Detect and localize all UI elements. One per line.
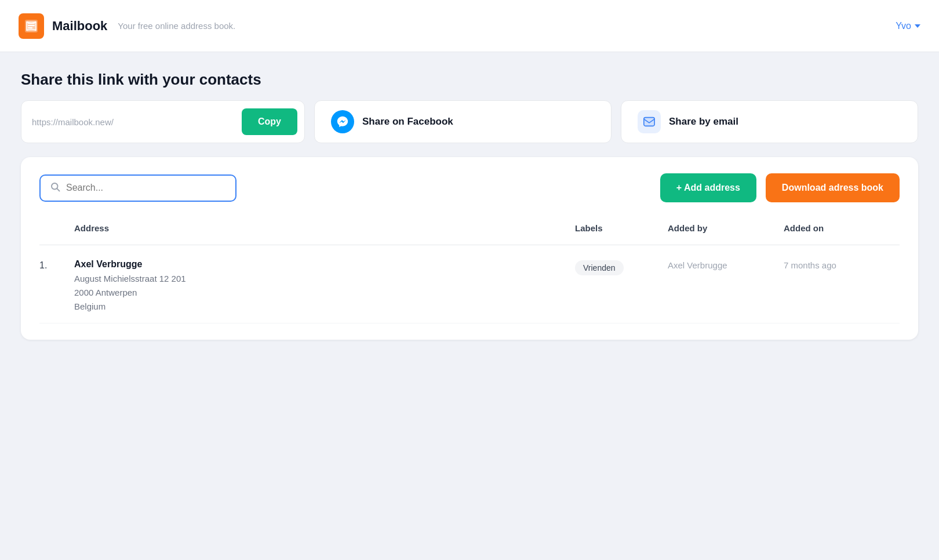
search-icon [50,181,60,195]
contacts-toolbar: + Add address Download adress book [39,173,900,202]
header-logo-area: Mailbook Your free online address book. [19,13,235,39]
contact-country: Belgium [74,300,575,314]
search-box[interactable] [39,174,236,202]
share-link-url: https://mailbook.new/ [32,117,235,127]
download-address-book-button[interactable]: Download adress book [766,173,900,202]
contact-city: 2000 Antwerpen [74,286,575,300]
col-added-by: Added by [668,219,784,238]
table-header: Address Labels Added by Added on [39,219,900,245]
user-name: Yvo [896,21,911,31]
copy-button[interactable]: Copy [242,108,297,135]
label-badge: Vrienden [575,260,624,275]
contact-address: Axel Verbrugge August Michielsstraat 12 … [74,259,575,314]
col-added-on: Added on [784,219,900,238]
contacts-section: + Add address Download adress book Addre… [21,157,918,340]
app-subtitle: Your free online address book. [118,21,235,31]
row-number: 1. [39,259,74,271]
col-labels: Labels [575,219,668,238]
svg-line-5 [57,188,59,191]
contact-labels: Vrienden [575,259,668,275]
col-address: Address [74,219,575,238]
share-link-box: https://mailbook.new/ Copy [21,100,305,143]
contact-added-by: Axel Verbrugge [668,259,784,270]
search-input[interactable] [66,183,226,193]
table-row: 1. Axel Verbrugge August Michielsstraat … [39,250,900,323]
col-number [39,219,74,238]
share-facebook-label: Share on Facebook [362,116,453,128]
user-menu[interactable]: Yvo [896,21,920,31]
app-logo-icon [19,13,44,39]
app-title: Mailbook [52,19,107,34]
share-section: Share this link with your contacts https… [21,71,918,143]
contact-added-on: 7 months ago [784,259,900,270]
share-title: Share this link with your contacts [21,71,918,89]
share-facebook-box[interactable]: Share on Facebook [314,100,612,143]
main-content: Share this link with your contacts https… [0,52,939,358]
share-email-box[interactable]: Share by email [621,100,918,143]
svg-rect-2 [644,118,654,126]
contact-street: August Michielsstraat 12 201 [74,272,575,286]
chevron-down-icon [915,24,920,28]
table-rows: 1. Axel Verbrugge August Michielsstraat … [39,250,900,323]
contact-name: Axel Verbrugge [74,259,575,270]
facebook-messenger-icon [331,110,354,133]
share-email-label: Share by email [669,116,738,128]
add-address-button[interactable]: + Add address [660,173,756,202]
app-header: Mailbook Your free online address book. … [0,0,939,52]
email-icon [638,110,661,133]
share-actions: https://mailbook.new/ Copy Share on Face… [21,100,918,143]
